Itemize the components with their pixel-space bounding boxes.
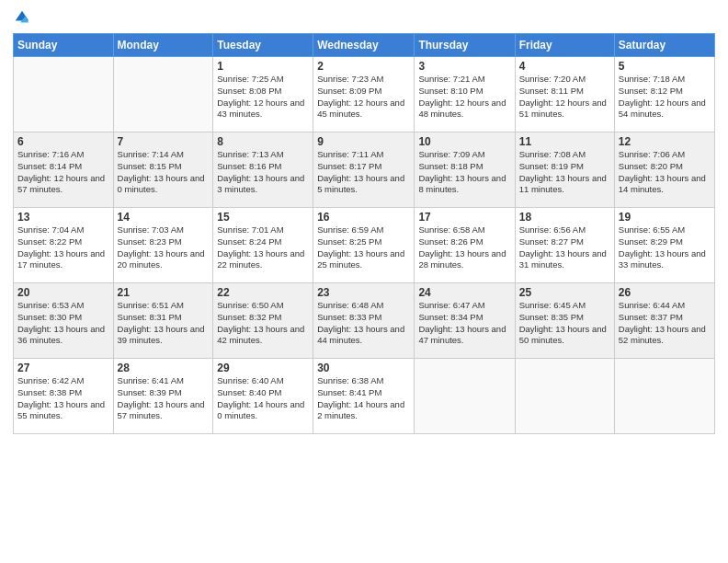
week-row-3: 13Sunrise: 7:04 AM Sunset: 8:22 PM Dayli… xyxy=(14,208,715,283)
day-info: Sunrise: 7:13 AM Sunset: 8:16 PM Dayligh… xyxy=(217,149,309,196)
calendar-cell: 6Sunrise: 7:16 AM Sunset: 8:14 PM Daylig… xyxy=(14,132,114,208)
calendar-cell xyxy=(14,57,114,132)
day-number: 1 xyxy=(217,60,309,73)
calendar-cell: 5Sunrise: 7:18 AM Sunset: 8:12 PM Daylig… xyxy=(614,57,714,132)
calendar-cell: 29Sunrise: 6:40 AM Sunset: 8:40 PM Dayli… xyxy=(213,359,313,434)
day-number: 30 xyxy=(317,362,410,374)
calendar-table: SundayMondayTuesdayWednesdayThursdayFrid… xyxy=(13,33,715,434)
calendar-cell: 28Sunrise: 6:41 AM Sunset: 8:39 PM Dayli… xyxy=(113,359,213,434)
header xyxy=(13,9,715,26)
day-info: Sunrise: 7:04 AM Sunset: 8:22 PM Dayligh… xyxy=(17,224,109,271)
calendar-cell: 14Sunrise: 7:03 AM Sunset: 8:23 PM Dayli… xyxy=(113,208,213,283)
day-info: Sunrise: 7:21 AM Sunset: 8:10 PM Dayligh… xyxy=(418,74,510,121)
header-day-monday: Monday xyxy=(113,34,213,57)
day-number: 2 xyxy=(317,60,410,73)
header-day-wednesday: Wednesday xyxy=(313,34,415,57)
week-row-2: 6Sunrise: 7:16 AM Sunset: 8:14 PM Daylig… xyxy=(14,132,715,208)
day-number: 6 xyxy=(17,135,109,148)
header-day-friday: Friday xyxy=(515,34,614,57)
day-number: 9 xyxy=(317,135,410,148)
day-info: Sunrise: 6:53 AM Sunset: 8:30 PM Dayligh… xyxy=(17,300,109,347)
day-info: Sunrise: 7:23 AM Sunset: 8:09 PM Dayligh… xyxy=(317,74,410,121)
day-number: 19 xyxy=(619,211,711,224)
calendar-cell: 3Sunrise: 7:21 AM Sunset: 8:10 PM Daylig… xyxy=(415,57,515,132)
day-info: Sunrise: 6:44 AM Sunset: 8:37 PM Dayligh… xyxy=(619,300,711,347)
day-info: Sunrise: 7:08 AM Sunset: 8:19 PM Dayligh… xyxy=(519,149,610,196)
day-number: 29 xyxy=(217,362,309,374)
logo xyxy=(13,9,30,26)
day-info: Sunrise: 6:58 AM Sunset: 8:26 PM Dayligh… xyxy=(418,224,510,271)
calendar-cell: 20Sunrise: 6:53 AM Sunset: 8:30 PM Dayli… xyxy=(14,283,114,359)
day-info: Sunrise: 6:55 AM Sunset: 8:29 PM Dayligh… xyxy=(619,224,711,271)
day-number: 15 xyxy=(217,211,309,224)
calendar-cell: 23Sunrise: 6:48 AM Sunset: 8:33 PM Dayli… xyxy=(313,283,415,359)
calendar-cell: 24Sunrise: 6:47 AM Sunset: 8:34 PM Dayli… xyxy=(415,283,515,359)
day-number: 28 xyxy=(118,362,210,374)
day-number: 12 xyxy=(619,135,711,148)
day-info: Sunrise: 7:01 AM Sunset: 8:24 PM Dayligh… xyxy=(217,224,309,271)
day-info: Sunrise: 6:51 AM Sunset: 8:31 PM Dayligh… xyxy=(118,300,210,347)
day-number: 3 xyxy=(418,60,510,73)
page: SundayMondayTuesdayWednesdayThursdayFrid… xyxy=(0,0,728,563)
day-number: 10 xyxy=(418,135,510,148)
day-number: 4 xyxy=(519,60,610,73)
calendar-cell: 4Sunrise: 7:20 AM Sunset: 8:11 PM Daylig… xyxy=(515,57,614,132)
day-info: Sunrise: 7:11 AM Sunset: 8:17 PM Dayligh… xyxy=(317,149,410,196)
header-day-sunday: Sunday xyxy=(14,34,114,57)
day-info: Sunrise: 7:09 AM Sunset: 8:18 PM Dayligh… xyxy=(418,149,510,196)
week-row-5: 27Sunrise: 6:42 AM Sunset: 8:38 PM Dayli… xyxy=(14,359,715,434)
calendar-cell: 22Sunrise: 6:50 AM Sunset: 8:32 PM Dayli… xyxy=(213,283,313,359)
day-info: Sunrise: 7:18 AM Sunset: 8:12 PM Dayligh… xyxy=(619,74,711,121)
day-number: 7 xyxy=(118,135,210,148)
day-info: Sunrise: 7:16 AM Sunset: 8:14 PM Dayligh… xyxy=(17,149,109,196)
day-number: 5 xyxy=(619,60,711,73)
calendar-cell: 7Sunrise: 7:14 AM Sunset: 8:15 PM Daylig… xyxy=(113,132,213,208)
day-number: 22 xyxy=(217,286,309,299)
calendar-cell: 12Sunrise: 7:06 AM Sunset: 8:20 PM Dayli… xyxy=(614,132,714,208)
day-number: 13 xyxy=(17,211,109,224)
calendar-cell: 17Sunrise: 6:58 AM Sunset: 8:26 PM Dayli… xyxy=(415,208,515,283)
day-number: 17 xyxy=(418,211,510,224)
week-row-1: 1Sunrise: 7:25 AM Sunset: 8:08 PM Daylig… xyxy=(14,57,715,132)
day-number: 24 xyxy=(418,286,510,299)
day-info: Sunrise: 6:40 AM Sunset: 8:40 PM Dayligh… xyxy=(217,375,309,422)
day-number: 23 xyxy=(317,286,410,299)
day-number: 27 xyxy=(17,362,109,374)
calendar-cell: 16Sunrise: 6:59 AM Sunset: 8:25 PM Dayli… xyxy=(313,208,415,283)
calendar-cell: 27Sunrise: 6:42 AM Sunset: 8:38 PM Dayli… xyxy=(14,359,114,434)
day-info: Sunrise: 6:50 AM Sunset: 8:32 PM Dayligh… xyxy=(217,300,309,347)
calendar-cell: 11Sunrise: 7:08 AM Sunset: 8:19 PM Dayli… xyxy=(515,132,614,208)
calendar-header-row: SundayMondayTuesdayWednesdayThursdayFrid… xyxy=(14,34,715,57)
calendar-cell: 30Sunrise: 6:38 AM Sunset: 8:41 PM Dayli… xyxy=(313,359,415,434)
day-info: Sunrise: 6:59 AM Sunset: 8:25 PM Dayligh… xyxy=(317,224,410,271)
calendar-cell: 21Sunrise: 6:51 AM Sunset: 8:31 PM Dayli… xyxy=(113,283,213,359)
day-info: Sunrise: 7:06 AM Sunset: 8:20 PM Dayligh… xyxy=(619,149,711,196)
day-info: Sunrise: 7:25 AM Sunset: 8:08 PM Dayligh… xyxy=(217,74,309,121)
day-info: Sunrise: 6:45 AM Sunset: 8:35 PM Dayligh… xyxy=(519,300,610,347)
calendar-cell: 9Sunrise: 7:11 AM Sunset: 8:17 PM Daylig… xyxy=(313,132,415,208)
day-number: 14 xyxy=(118,211,210,224)
header-day-saturday: Saturday xyxy=(614,34,714,57)
calendar-cell: 19Sunrise: 6:55 AM Sunset: 8:29 PM Dayli… xyxy=(614,208,714,283)
week-row-4: 20Sunrise: 6:53 AM Sunset: 8:30 PM Dayli… xyxy=(14,283,715,359)
day-info: Sunrise: 6:38 AM Sunset: 8:41 PM Dayligh… xyxy=(317,375,410,422)
calendar-cell xyxy=(113,57,213,132)
day-number: 11 xyxy=(519,135,610,148)
calendar-cell: 2Sunrise: 7:23 AM Sunset: 8:09 PM Daylig… xyxy=(313,57,415,132)
day-info: Sunrise: 7:03 AM Sunset: 8:23 PM Dayligh… xyxy=(118,224,210,271)
day-info: Sunrise: 6:47 AM Sunset: 8:34 PM Dayligh… xyxy=(418,300,510,347)
day-number: 18 xyxy=(519,211,610,224)
header-day-thursday: Thursday xyxy=(415,34,515,57)
calendar-cell: 26Sunrise: 6:44 AM Sunset: 8:37 PM Dayli… xyxy=(614,283,714,359)
calendar-cell xyxy=(515,359,614,434)
calendar-cell xyxy=(415,359,515,434)
day-info: Sunrise: 6:42 AM Sunset: 8:38 PM Dayligh… xyxy=(17,375,109,422)
day-number: 8 xyxy=(217,135,309,148)
day-number: 16 xyxy=(317,211,410,224)
header-day-tuesday: Tuesday xyxy=(213,34,313,57)
day-number: 26 xyxy=(619,286,711,299)
calendar-cell: 8Sunrise: 7:13 AM Sunset: 8:16 PM Daylig… xyxy=(213,132,313,208)
day-info: Sunrise: 6:41 AM Sunset: 8:39 PM Dayligh… xyxy=(118,375,210,422)
day-number: 20 xyxy=(17,286,109,299)
calendar-cell: 18Sunrise: 6:56 AM Sunset: 8:27 PM Dayli… xyxy=(515,208,614,283)
